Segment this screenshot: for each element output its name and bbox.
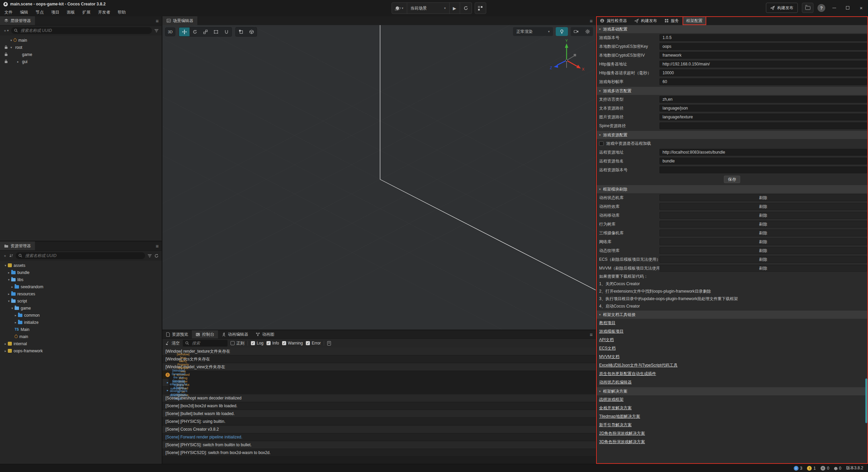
device-preview-button[interactable] [475, 2, 486, 14]
hierarchy-node-game[interactable]: game [0, 51, 162, 58]
asset-node-resources[interactable]: ▸ resources [0, 290, 162, 297]
menu-item[interactable]: 编辑 [16, 8, 32, 16]
solution-link[interactable]: 3D角色扮演游戏解决方案 [599, 439, 645, 445]
field-input[interactable]: language/json [659, 105, 867, 112]
solution-link[interactable]: Tiledmap地图解决方案 [599, 414, 640, 419]
tab-scene-editor[interactable]: 场景编辑器 [162, 16, 197, 25]
field-input[interactable] [659, 122, 867, 129]
field-input[interactable]: bundle [659, 158, 867, 164]
gizmo-tool-button[interactable] [221, 27, 232, 36]
scrollbar-thumb[interactable] [865, 378, 867, 423]
asset-node-oops-framework[interactable]: ▸ oops-framework [0, 347, 162, 354]
build-publish-button[interactable]: 构建发布 [766, 3, 798, 13]
restart-button[interactable] [460, 3, 472, 14]
regex-checkbox[interactable]: 正则 [231, 340, 244, 346]
chevron-right-icon[interactable]: ▸ [3, 349, 8, 353]
refresh-icon[interactable] [154, 254, 159, 258]
preview-platform-select[interactable]: ▾ [392, 3, 407, 14]
field-input[interactable] [659, 166, 867, 173]
asset-node-seedrandom[interactable]: ▸ seedrandom [0, 283, 162, 290]
tab-services[interactable]: 服务 [661, 16, 683, 25]
field-input[interactable]: framework [659, 52, 867, 59]
section-language-config[interactable]: ▾ 游戏多语言配置 [596, 87, 868, 95]
rotate-tool-button[interactable] [190, 27, 200, 36]
tab-animation-editor[interactable]: 动画编辑器 [218, 330, 252, 338]
asset-node-main-scene[interactable]: main [0, 333, 162, 340]
chevron-down-icon[interactable]: ▾ [9, 46, 14, 49]
menu-item[interactable]: 文件 [1, 8, 16, 16]
doc-link[interactable]: 动画状态机编辑器 [599, 379, 632, 385]
tab-animation-graph[interactable]: 动画图 [252, 330, 278, 338]
panel-menu-icon[interactable]: ≡ [156, 241, 159, 250]
console-log-row[interactable]: ! ▸ [Window] render_texture文件夹存在 [162, 348, 596, 355]
chevron-down-icon[interactable]: ▾ [6, 299, 11, 303]
field-input[interactable]: http://localhost:8083/assets/bundle [659, 149, 867, 156]
checkbox-unchecked-icon[interactable] [599, 141, 604, 146]
menu-item[interactable]: 扩展 [79, 8, 94, 16]
console-log-row[interactable]: ! ▸ [Scene] [PHYSICS]: using builtin. [162, 418, 596, 426]
minimize-button[interactable] [829, 3, 839, 13]
expand-chevron-icon[interactable]: ▸ [165, 381, 170, 384]
chevron-right-icon[interactable]: ▸ [6, 271, 11, 274]
asset-node-initialize[interactable]: ▸ initialize [0, 319, 162, 326]
chevron-right-icon[interactable]: ▸ [13, 314, 18, 317]
section-basic-config[interactable]: ▾ 游戏基础配置 [596, 25, 868, 33]
asset-node-game[interactable]: ▾ game [0, 304, 162, 312]
pivot-snap-button[interactable] [236, 27, 246, 36]
help-button[interactable]: ? [817, 4, 825, 12]
doc-link[interactable]: ECS文档 [599, 346, 616, 351]
close-button[interactable]: × [856, 3, 866, 13]
tab-assets[interactable]: 资源管理器 [0, 241, 35, 250]
trim-button[interactable]: 剔除 [659, 194, 867, 201]
field-input[interactable]: 1.0.5 [659, 34, 867, 41]
status-info-count[interactable]: i 3 [794, 466, 803, 471]
trim-button[interactable]: 剔除 [659, 238, 867, 245]
tab-framework-config[interactable]: 框架配置 [683, 16, 706, 25]
toggle-3d-button[interactable]: 3D [165, 27, 175, 36]
field-input[interactable]: 60 [659, 78, 867, 85]
trim-button[interactable]: 剔除 [659, 247, 867, 254]
filter-icon[interactable] [147, 254, 152, 258]
menu-item[interactable]: 面板 [63, 8, 79, 16]
field-input[interactable]: zh,en [659, 96, 867, 103]
doc-link[interactable]: 原生包热更新配置自动生成插件 [599, 371, 656, 377]
maximize-button[interactable] [843, 3, 852, 13]
hierarchy-node-main[interactable]: ▾ main [0, 37, 162, 44]
menu-item[interactable]: 节点 [32, 8, 47, 16]
hierarchy-node-root[interactable]: ▾ root [0, 44, 162, 51]
lock-icon[interactable] [5, 47, 7, 49]
log-file-icon[interactable] [327, 341, 331, 346]
rect-tool-button[interactable] [211, 27, 221, 36]
console-log-row[interactable]: ! ▸ [Window] You are running Vue in deve… [162, 387, 169, 394]
panel-menu-icon[interactable]: ≡ [590, 16, 593, 25]
chevron-right-icon[interactable]: ▸ [16, 60, 20, 63]
status-notifications[interactable]: 0 [834, 466, 842, 471]
field-input[interactable]: http://192.168.0.150/main/ [659, 61, 867, 67]
tab-property-inspector[interactable]: 属性检查器 [596, 16, 631, 25]
tab-asset-preview[interactable]: 资源预览 [162, 330, 192, 338]
console-log-row[interactable]: ! ▸ [Window] ecs文件夹存在 [162, 355, 596, 363]
expand-chevron-icon[interactable]: ▸ [165, 389, 170, 392]
doc-link[interactable]: 教程项目 [599, 320, 615, 326]
asset-node-internal[interactable]: ▸ internal [0, 340, 162, 347]
menu-item[interactable]: 开发者 [94, 8, 114, 16]
field-input[interactable]: 10000 [659, 70, 867, 76]
menu-item[interactable]: 帮助 [114, 8, 130, 16]
tab-build-publish[interactable]: 构建发布 [631, 16, 661, 25]
scene-viewport[interactable]: 3D [162, 25, 596, 330]
console-log-row[interactable]: ! ▸ [Scene] Cocos Creator v3.8.2 [162, 426, 596, 433]
filter-warning-checkbox[interactable]: ✓ Warning [282, 341, 303, 346]
doc-link[interactable]: 游戏模板项目 [599, 329, 624, 334]
console-log-row[interactable]: ! ▸ [Window] model_view文件夹存在 [162, 363, 596, 371]
field-input[interactable]: oops [659, 43, 867, 50]
doc-link[interactable]: Excel格式转Json文件与TypeScript代码工具 [599, 362, 677, 368]
console-log-row[interactable]: ! ▸ [Scene] meshopt wasm decoder initial… [162, 394, 596, 402]
filter-info-checkbox[interactable]: ✓ Info [267, 341, 279, 346]
hierarchy-node-gui[interactable]: ▸ gui [0, 58, 162, 65]
asset-node-assets[interactable]: ▾ assets [0, 262, 162, 269]
solution-link[interactable]: 战棋游戏框架 [599, 397, 624, 402]
camera-button[interactable] [571, 27, 582, 36]
trim-button[interactable]: 剔除 [659, 230, 867, 236]
panel-menu-icon[interactable]: ≡ [590, 330, 593, 338]
console-log-row[interactable]: ! ▸ [Scene] [box2d]:box2d wasm lib loade… [162, 402, 596, 410]
